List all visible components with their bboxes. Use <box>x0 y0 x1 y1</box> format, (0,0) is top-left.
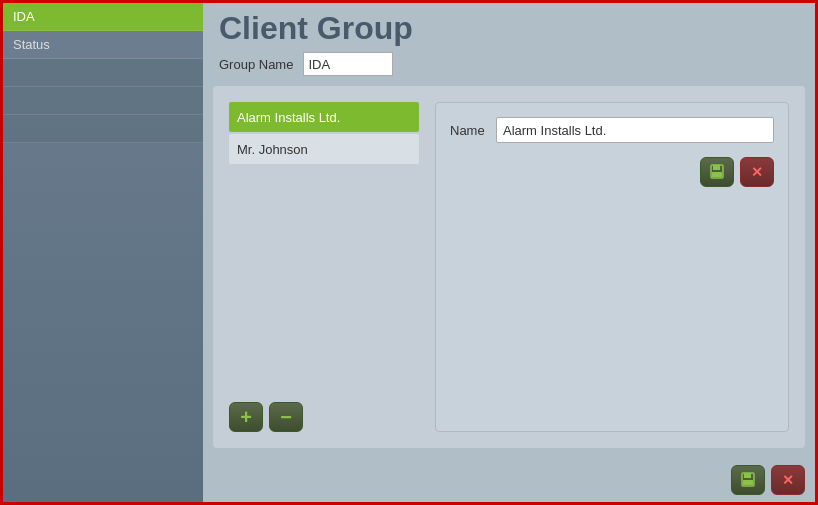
detail-close-button[interactable]: ✕ <box>740 157 774 187</box>
detail-panel: Name ✕ <box>435 102 789 432</box>
client-list: Alarm Installs Ltd. Mr. Johnson <box>229 102 419 382</box>
list-buttons: + − <box>229 398 419 432</box>
client-list-column: Alarm Installs Ltd. Mr. Johnson + − <box>229 102 419 432</box>
bottom-save-icon <box>740 472 756 488</box>
group-name-label: Group Name <box>219 57 293 72</box>
sidebar-item-status[interactable]: Status <box>3 31 203 59</box>
detail-save-button[interactable] <box>700 157 734 187</box>
sidebar-item-empty-2 <box>3 87 203 115</box>
close-icon: ✕ <box>751 164 763 180</box>
group-name-input[interactable] <box>303 52 393 76</box>
page-title: Client Group <box>219 11 799 46</box>
svg-rect-2 <box>712 172 722 177</box>
svg-rect-5 <box>743 480 753 485</box>
remove-button[interactable]: − <box>269 402 303 432</box>
svg-rect-1 <box>713 165 720 170</box>
sidebar-item-empty-3 <box>3 115 203 143</box>
name-label: Name <box>450 123 486 138</box>
group-name-row: Group Name <box>219 52 799 76</box>
name-row: Name <box>450 117 774 143</box>
svg-rect-4 <box>744 473 751 478</box>
sidebar-item-ida[interactable]: IDA <box>3 3 203 31</box>
add-button[interactable]: + <box>229 402 263 432</box>
sidebar: IDA Status <box>3 3 203 502</box>
detail-actions: ✕ <box>450 157 774 187</box>
bottom-close-icon: ✕ <box>782 472 794 488</box>
bottom-close-button[interactable]: ✕ <box>771 465 805 495</box>
bottom-bar: ✕ <box>203 458 815 502</box>
save-icon <box>709 164 725 180</box>
main-header: Client Group Group Name <box>203 3 815 86</box>
sidebar-item-empty-1 <box>3 59 203 87</box>
list-item[interactable]: Alarm Installs Ltd. <box>229 102 419 132</box>
list-item[interactable]: Mr. Johnson <box>229 134 419 164</box>
content-panel: Alarm Installs Ltd. Mr. Johnson + − Name <box>213 86 805 448</box>
two-col-layout: Alarm Installs Ltd. Mr. Johnson + − Name <box>229 102 789 432</box>
bottom-save-button[interactable] <box>731 465 765 495</box>
main-content: Client Group Group Name Alarm Installs L… <box>203 3 815 502</box>
name-input[interactable] <box>496 117 774 143</box>
